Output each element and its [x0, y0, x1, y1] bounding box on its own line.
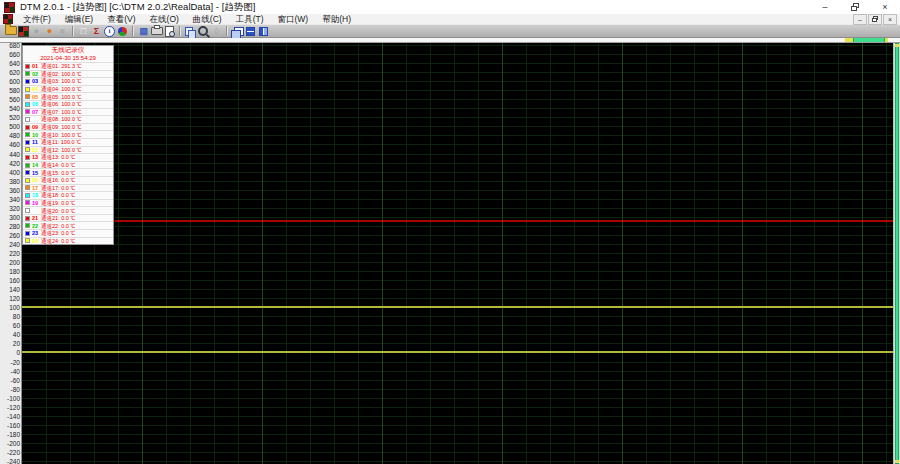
legend-row-16[interactable]: 16通道16: 0.0 ℃ — [23, 176, 113, 184]
open-folder-icon[interactable] — [4, 25, 17, 37]
print-preview-icon[interactable] — [163, 25, 176, 37]
legend-row-13[interactable]: 13通道13: 0.0 ℃ — [23, 153, 113, 161]
y-axis-tick: 540 — [9, 105, 20, 112]
start-sample-icon[interactable]: ● — [43, 25, 56, 37]
legend-row-21[interactable]: 21通道21: 0.0 ℃ — [23, 214, 113, 222]
menu-item-tools[interactable]: 工具(T) — [229, 14, 271, 24]
channel-value: 通道19: 0.0 ℃ — [41, 200, 75, 206]
legend-row-05[interactable]: 05通道05: 100.0 ℃ — [23, 92, 113, 100]
legend-row-17[interactable]: 17通道17: 0.0 ℃ — [23, 184, 113, 192]
y-axis-tick: 480 — [9, 132, 20, 139]
channel-value: 通道01: 291.3 ℃ — [41, 63, 82, 69]
mdi-child-icon[interactable] — [3, 14, 13, 24]
channel-color-swatch — [25, 147, 30, 152]
gridline-vertical — [454, 43, 455, 464]
report-icon[interactable]: ▤ — [137, 25, 150, 37]
gridline-horizontal — [22, 99, 893, 100]
legend-row-03[interactable]: 03通道03: 100.0 ℃ — [23, 77, 113, 85]
vertical-scrollbar-thumb[interactable] — [895, 43, 899, 464]
legend-row-12[interactable]: 12通道12: 100.0 ℃ — [23, 146, 113, 154]
copy-icon[interactable] — [184, 25, 197, 37]
tile-vertical-icon[interactable] — [257, 25, 270, 37]
data-grid-icon[interactable] — [17, 25, 30, 37]
series-line-24 — [22, 351, 893, 353]
vertical-scrollbar[interactable] — [893, 43, 900, 464]
info-glyph: i — [104, 26, 115, 37]
mdi-close-button[interactable]: × — [883, 14, 897, 25]
legend-row-01[interactable]: 01通道01: 291.3 ℃ — [23, 62, 113, 70]
channel-number: 02 — [32, 71, 41, 77]
menu-item-help[interactable]: 帮助(H) — [315, 14, 358, 24]
area-select-icon[interactable]: □ — [77, 25, 90, 37]
menu-item-window[interactable]: 窗口(W) — [271, 14, 316, 24]
legend-row-18[interactable]: 18通道18: 0.0 ℃ — [23, 191, 113, 199]
gridline-horizontal — [22, 443, 893, 444]
gridline-horizontal — [22, 81, 893, 82]
statistics-sigma-icon[interactable]: Σ — [90, 25, 103, 37]
menu-item-file[interactable]: 文件(F) — [16, 14, 58, 24]
toolbar: ●●■□Σi▤◊ — [0, 24, 900, 38]
gridline-vertical — [862, 43, 863, 464]
close-button[interactable]: × — [870, 0, 900, 14]
y-axis-tick: 380 — [9, 177, 20, 184]
tile-horizontal-icon[interactable] — [244, 25, 257, 37]
legend-row-23[interactable]: 23通道23: 0.0 ℃ — [23, 229, 113, 237]
toolbar-separator — [72, 26, 74, 36]
gridline-horizontal — [22, 262, 893, 263]
legend-row-11[interactable]: 11通道11: 100.0 ℃ — [23, 138, 113, 146]
menu-item-edit[interactable]: 编辑(E) — [58, 14, 100, 24]
horizontal-scrollbar-thumb[interactable] — [845, 38, 888, 42]
y-axis-tick: 240 — [9, 240, 20, 247]
mdi-restore-button[interactable] — [868, 14, 882, 25]
menu-item-curve[interactable]: 曲线(C) — [186, 14, 229, 24]
channel-number: 09 — [32, 124, 41, 130]
channel-number: 17 — [32, 185, 41, 191]
gridline-horizontal — [22, 45, 893, 46]
legend-row-19[interactable]: 19通道19: 0.0 ℃ — [23, 199, 113, 207]
legend-row-09[interactable]: 09通道09: 100.0 ℃ — [23, 123, 113, 131]
info-icon[interactable]: i — [103, 25, 116, 37]
legend-row-08[interactable]: 08通道08: 100.0 ℃ — [23, 115, 113, 123]
legend-row-20[interactable]: 20通道20: 0.0 ℃ — [23, 206, 113, 214]
menu-item-online[interactable]: 在线(O) — [143, 14, 186, 24]
y-axis-tick: -40 — [11, 367, 20, 374]
record-icon: ● — [30, 25, 43, 37]
legend-row-15[interactable]: 15通道15: 0.0 ℃ — [23, 168, 113, 176]
channel-color-swatch — [25, 216, 30, 221]
channel-number: 03 — [32, 78, 41, 84]
zoom-icon[interactable] — [197, 25, 210, 37]
channel-number: 19 — [32, 200, 41, 206]
channel-value: 通道05: 100.0 ℃ — [41, 94, 82, 100]
menu-item-view[interactable]: 查看(V) — [100, 14, 142, 24]
legend-row-24[interactable]: 24通道24: 0.0 ℃ — [23, 237, 113, 245]
channel-value: 通道08: 100.0 ℃ — [41, 116, 82, 122]
menu-items: 文件(F)编辑(E)查看(V)在线(O)曲线(C)工具(T)窗口(W)帮助(H) — [16, 14, 358, 24]
legend-row-14[interactable]: 14通道14: 0.0 ℃ — [23, 161, 113, 169]
gridline-horizontal — [22, 217, 893, 218]
minimize-button[interactable]: – — [810, 0, 840, 14]
print-icon[interactable] — [150, 25, 163, 37]
restore-button[interactable] — [840, 0, 870, 14]
legend-row-06[interactable]: 06通道06: 100.0 ℃ — [23, 100, 113, 108]
channel-value: 通道18: 0.0 ℃ — [41, 192, 75, 198]
channel-color-swatch — [25, 178, 30, 183]
gridline-horizontal — [22, 362, 893, 363]
y-axis-tick: 500 — [9, 123, 20, 130]
mdi-minimize-button[interactable]: – — [853, 14, 867, 25]
pie-chart-icon[interactable] — [116, 25, 129, 37]
legend-row-02[interactable]: 02通道02: 100.0 ℃ — [23, 70, 113, 78]
legend-row-22[interactable]: 22通道22: 0.0 ℃ — [23, 221, 113, 229]
cascade-windows-icon[interactable] — [231, 25, 244, 37]
channel-value: 通道13: 0.0 ℃ — [41, 154, 75, 160]
pie-chart-glyph — [118, 27, 127, 36]
legend-panel[interactable]: 无线记录仪 2021-04-30 15:54:29 01通道01: 291.3 … — [22, 45, 114, 245]
legend-row-04[interactable]: 04通道04: 100.0 ℃ — [23, 85, 113, 93]
channel-number: 18 — [32, 192, 41, 198]
channel-color-swatch — [25, 163, 30, 168]
y-axis-tick: 560 — [9, 96, 20, 103]
channel-color-swatch — [25, 125, 30, 130]
legend-row-10[interactable]: 10通道10: 100.0 ℃ — [23, 130, 113, 138]
gridline-vertical — [742, 43, 743, 464]
legend-row-07[interactable]: 07通道07: 100.0 ℃ — [23, 108, 113, 116]
plot-area[interactable]: 无线记录仪 2021-04-30 15:54:29 01通道01: 291.3 … — [22, 43, 893, 464]
